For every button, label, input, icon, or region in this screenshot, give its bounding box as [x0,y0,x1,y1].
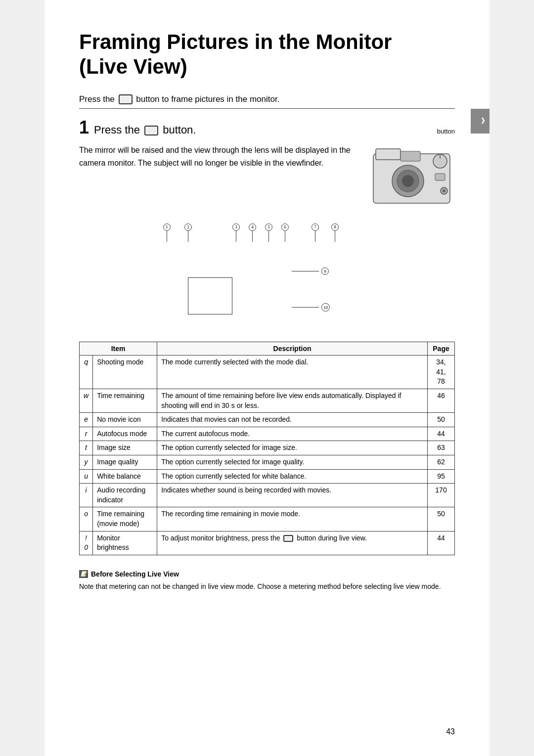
step-button-icon [144,126,158,135]
indicator-10: 10 [321,303,330,311]
row-item: Shooting mode [93,356,157,389]
indicator-2: 2 [184,223,192,242]
row-sym: w [80,389,93,413]
row-item: Autofocus mode [93,427,157,441]
row-page: 34, 41, 78 [428,356,455,389]
table-row: w Time remaining The amount of time rema… [80,389,455,413]
indicator-4: 4 [249,223,256,242]
table-row: e No movie icon Indicates that movies ca… [80,413,455,427]
row-desc: The option currently selected for white … [157,469,428,484]
row-desc: Indicates whether sound is being recorde… [157,484,428,507]
row-sym: u [80,469,93,484]
svg-rect-8 [435,174,445,180]
page-tab [471,109,490,133]
row-page: 170 [428,484,455,507]
row-item: Time remaining (movie mode) [93,507,157,531]
page-number: 43 [446,727,455,736]
row-page: 46 [428,389,455,413]
row-desc: The mode currently selected with the mod… [157,356,428,389]
svg-rect-2 [400,151,420,161]
indicator-9: 9 [321,267,329,275]
indicator-5: 5 [265,223,272,242]
row-desc: The amount of time remaining before live… [157,389,428,413]
row-sym: y [80,455,93,470]
note-icon: 📝 [79,570,88,578]
table-row: r Autofocus mode The current autofocus m… [80,427,455,441]
row-page: 50 [428,413,455,427]
row-desc: The option currently selected for image … [157,455,428,470]
step-description: The mirror will be raised and the view t… [79,144,361,208]
page-title: Framing Pictures in the Monitor (Live Vi… [79,30,455,80]
note-section: 📝 Before Selecting Live View Note that m… [79,570,455,592]
step1-content: The mirror will be raised and the view t… [79,144,455,208]
row-page: 44 [428,427,455,441]
row-desc: The option currently selected for image … [157,441,428,455]
table-row: y Image quality The option currently sel… [80,455,455,470]
row-sym: i [80,484,93,507]
live-view-button-inline [119,94,133,104]
row-desc: The current autofocus mode. [157,427,428,441]
section-divider [79,108,455,109]
row-item: Monitor brightness [93,531,157,555]
monitor-screen [188,277,232,314]
table-row: ! 0 Monitor brightness To adjust monitor… [80,531,455,555]
button-label-top: button [437,128,455,135]
row-page: 50 [428,507,455,531]
note-body: Note that metering can not be changed in… [79,581,455,592]
svg-point-5 [402,175,414,187]
row-sym: r [80,427,93,441]
row-page: 63 [428,441,455,455]
indicator-1: 1 [163,223,171,242]
row-page: 62 [428,455,455,470]
row-page: 44 [428,531,455,555]
inline-button-icon [283,535,293,542]
step-instruction: Press the button. [94,124,196,136]
row-item: No movie icon [93,413,157,427]
table-header-description: Description [157,342,428,356]
step-body-text: The mirror will be raised and the view t… [79,144,361,169]
row-sym: ! 0 [80,531,93,555]
step-number: 1 [79,119,89,136]
row-item: White balance [93,469,157,484]
row-item: Time remaining [93,389,157,413]
svg-point-10 [443,189,445,192]
table-header-item: Item [80,342,157,356]
indicator-8: 8 [331,223,339,242]
table-header-page: Page [428,342,455,356]
indicator-3: 3 [232,223,240,242]
table-row: q Shooting mode The mode currently selec… [80,356,455,389]
info-table: Item Description Page q Shooting mode Th… [79,342,455,555]
camera-illustration [371,144,455,208]
table-row: t Image size The option currently select… [80,441,455,455]
row-item: Image quality [93,455,157,470]
row-desc: To adjust monitor brightness, press the … [157,531,428,555]
row-desc: The recording time remaining in movie mo… [157,507,428,531]
row-sym: q [80,356,93,389]
table-row: o Time remaining (movie mode) The record… [80,507,455,531]
indicator-6: 6 [281,223,289,242]
row-sym: o [80,507,93,531]
row-sym: t [80,441,93,455]
row-item: Audio recording indicator [93,484,157,507]
row-page: 95 [428,469,455,484]
row-item: Image size [93,441,157,455]
indicator-7: 7 [312,223,319,242]
intro-text: Press the button to frame pictures in th… [79,94,455,105]
note-title: 📝 Before Selecting Live View [79,570,455,578]
row-desc: Indicates that movies can not be recorde… [157,413,428,427]
svg-rect-1 [376,149,400,160]
monitor-diagram: 1 2 3 4 5 6 [143,223,391,342]
step1-header: 1 Press the button. button [79,119,455,136]
table-row: u White balance The option currently sel… [80,469,455,484]
row-sym: e [80,413,93,427]
table-row: i Audio recording indicator Indicates wh… [80,484,455,507]
